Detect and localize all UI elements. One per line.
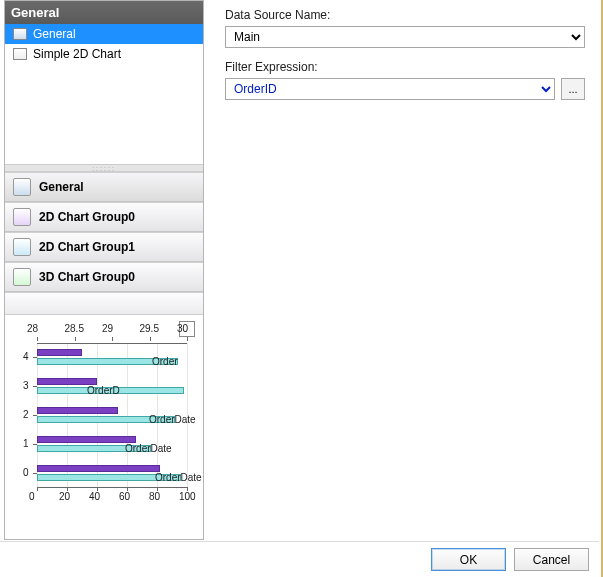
bar-annotation: OrderDate (155, 472, 202, 483)
accordion-blank (5, 292, 203, 314)
chart-icon (13, 48, 27, 60)
bar-purple (37, 378, 97, 385)
bar-annotation: OrderD (87, 385, 120, 396)
bar-purple (37, 436, 136, 443)
cancel-button[interactable]: Cancel (514, 548, 589, 571)
bar-annotation: OrderDate (125, 443, 172, 454)
dialog-footer: OK Cancel (0, 541, 599, 577)
bar-purple (37, 349, 82, 356)
panel-title: General (5, 1, 203, 24)
top-axis-tick-label: 29.5 (140, 323, 159, 334)
bar-annotation: OrderDate (149, 414, 196, 425)
chart-group-icon (13, 268, 31, 286)
splitter-grip[interactable]: :::::: (5, 164, 203, 172)
accordion-2d-chart-group1[interactable]: 2D Chart Group1 (5, 232, 203, 262)
left-panel: General General Simple 2D Chart :::::: G… (4, 0, 204, 540)
bar-purple (37, 407, 118, 414)
accordion-label: 2D Chart Group1 (39, 240, 135, 254)
filter-expression-label: Filter Expression: (225, 60, 318, 74)
accordion-label: 2D Chart Group0 (39, 210, 135, 224)
filter-expression-select[interactable]: OrderID (225, 78, 555, 100)
chart-preview: 2828.52929.5300204060801000OrderDate1Ord… (5, 314, 203, 539)
top-axis-tick-label: 28.5 (65, 323, 84, 334)
x-axis-tick-label: 80 (149, 491, 160, 502)
x-axis-tick-label: 40 (89, 491, 100, 502)
top-axis-tick-label: 30 (177, 323, 188, 334)
top-axis-tick-label: 29 (102, 323, 113, 334)
accordion-2d-chart-group0[interactable]: 2D Chart Group0 (5, 202, 203, 232)
ok-button[interactable]: OK (431, 548, 506, 571)
data-source-name-select[interactable]: Main (225, 26, 585, 48)
accordion-3d-chart-group0[interactable]: 3D Chart Group0 (5, 262, 203, 292)
bar-annotation: Order (152, 356, 178, 367)
data-source-name-label: Data Source Name: (225, 8, 330, 22)
bar-purple (37, 465, 160, 472)
accordion-label: General (39, 180, 84, 194)
accordion-label: 3D Chart Group0 (39, 270, 135, 284)
right-panel: Data Source Name: Main Filter Expression… (215, 0, 591, 539)
x-axis-tick-label: 100 (179, 491, 196, 502)
y-axis-tick-label: 4 (23, 351, 29, 362)
chart-group-icon (13, 238, 31, 256)
y-axis-tick-label: 3 (23, 380, 29, 391)
y-axis-tick-label: 0 (23, 467, 29, 478)
chart-group-icon (13, 208, 31, 226)
y-axis-tick-label: 1 (23, 438, 29, 449)
y-axis-tick-label: 2 (23, 409, 29, 420)
tree-item-general[interactable]: General (5, 24, 203, 44)
general-icon (13, 28, 27, 40)
tree-item-label: General (33, 27, 76, 41)
tree-item-simple-2d-chart[interactable]: Simple 2D Chart (5, 44, 203, 64)
accordion-general[interactable]: General (5, 172, 203, 202)
tree-view: General Simple 2D Chart (5, 24, 203, 164)
top-axis-tick-label: 28 (27, 323, 38, 334)
x-axis-tick-label: 60 (119, 491, 130, 502)
general-icon (13, 178, 31, 196)
x-axis-tick-label: 0 (29, 491, 35, 502)
x-axis-tick-label: 20 (59, 491, 70, 502)
tree-item-label: Simple 2D Chart (33, 47, 121, 61)
filter-expression-builder-button[interactable]: ... (561, 78, 585, 100)
